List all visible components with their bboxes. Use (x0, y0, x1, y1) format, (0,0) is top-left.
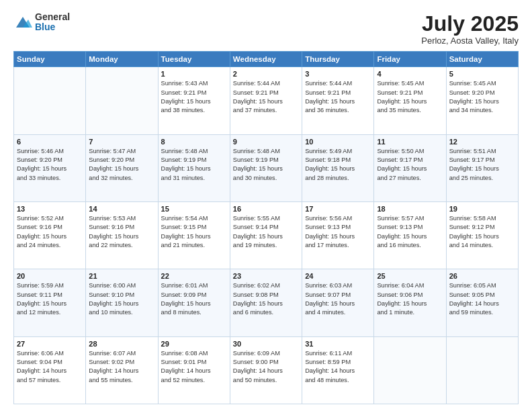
day-number: 9 (233, 138, 299, 146)
day-number: 31 (305, 340, 371, 348)
calendar-cell: 7Sunrise: 5:47 AM Sunset: 9:20 PM Daylig… (86, 134, 158, 201)
day-number: 16 (233, 205, 299, 213)
calendar-cell: 8Sunrise: 5:48 AM Sunset: 9:19 PM Daylig… (158, 134, 230, 201)
day-number: 6 (17, 138, 83, 146)
weekday-header: Thursday (302, 52, 374, 67)
day-number: 19 (449, 205, 515, 213)
day-info: Sunrise: 5:58 AM Sunset: 9:12 PM Dayligh… (449, 214, 515, 250)
calendar-cell: 3Sunrise: 5:44 AM Sunset: 9:21 PM Daylig… (302, 67, 374, 134)
day-info: Sunrise: 5:50 AM Sunset: 9:17 PM Dayligh… (377, 147, 443, 183)
day-number: 21 (89, 272, 154, 280)
calendar-cell: 16Sunrise: 5:55 AM Sunset: 9:14 PM Dayli… (230, 201, 302, 269)
day-info: Sunrise: 5:43 AM Sunset: 9:21 PM Dayligh… (161, 79, 227, 115)
calendar-cell: 9Sunrise: 5:48 AM Sunset: 9:19 PM Daylig… (230, 134, 302, 201)
calendar-cell (86, 67, 158, 134)
calendar-cell: 15Sunrise: 5:54 AM Sunset: 9:15 PM Dayli… (158, 201, 230, 269)
day-info: Sunrise: 5:46 AM Sunset: 9:20 PM Dayligh… (17, 147, 83, 183)
day-info: Sunrise: 6:08 AM Sunset: 9:01 PM Dayligh… (161, 349, 227, 385)
day-info: Sunrise: 5:53 AM Sunset: 9:16 PM Dayligh… (89, 214, 154, 250)
calendar-cell: 2Sunrise: 5:44 AM Sunset: 9:21 PM Daylig… (230, 67, 302, 134)
calendar-cell: 17Sunrise: 5:56 AM Sunset: 9:13 PM Dayli… (302, 201, 374, 269)
calendar-cell: 19Sunrise: 5:58 AM Sunset: 9:12 PM Dayli… (446, 201, 518, 269)
day-info: Sunrise: 5:51 AM Sunset: 9:17 PM Dayligh… (449, 147, 515, 183)
logo: General Blue (13, 12, 70, 33)
day-info: Sunrise: 6:01 AM Sunset: 9:09 PM Dayligh… (161, 281, 227, 317)
calendar-cell: 10Sunrise: 5:49 AM Sunset: 9:18 PM Dayli… (302, 134, 374, 201)
day-number: 25 (377, 272, 443, 280)
day-number: 11 (377, 138, 443, 146)
day-number: 1 (161, 70, 227, 78)
calendar-cell: 12Sunrise: 5:51 AM Sunset: 9:17 PM Dayli… (446, 134, 518, 201)
logo-general: General (35, 12, 70, 22)
calendar-cell: 13Sunrise: 5:52 AM Sunset: 9:16 PM Dayli… (14, 201, 86, 269)
day-number: 29 (161, 340, 227, 348)
logo-blue: Blue (35, 22, 70, 32)
calendar-cell: 23Sunrise: 6:02 AM Sunset: 9:08 PM Dayli… (230, 269, 302, 336)
day-number: 2 (233, 70, 299, 78)
day-number: 3 (305, 70, 371, 78)
day-info: Sunrise: 5:47 AM Sunset: 9:20 PM Dayligh… (89, 147, 154, 183)
day-info: Sunrise: 5:54 AM Sunset: 9:15 PM Dayligh… (161, 214, 227, 250)
day-number: 10 (305, 138, 371, 146)
day-number: 13 (17, 205, 83, 213)
weekday-header: Tuesday (158, 52, 230, 67)
calendar-cell: 30Sunrise: 6:09 AM Sunset: 9:00 PM Dayli… (230, 336, 302, 404)
calendar-cell (374, 336, 446, 404)
main-title: July 2025 (421, 12, 519, 36)
day-info: Sunrise: 5:55 AM Sunset: 9:14 PM Dayligh… (233, 214, 299, 250)
day-number: 28 (89, 340, 154, 348)
day-info: Sunrise: 6:06 AM Sunset: 9:04 PM Dayligh… (17, 349, 83, 385)
calendar-cell: 20Sunrise: 5:59 AM Sunset: 9:11 PM Dayli… (14, 269, 86, 336)
calendar-cell (446, 336, 518, 404)
weekday-header: Monday (86, 52, 158, 67)
day-info: Sunrise: 5:59 AM Sunset: 9:11 PM Dayligh… (17, 281, 83, 317)
day-info: Sunrise: 5:44 AM Sunset: 9:21 PM Dayligh… (233, 79, 299, 115)
day-number: 30 (233, 340, 299, 348)
day-info: Sunrise: 5:44 AM Sunset: 9:21 PM Dayligh… (305, 79, 371, 115)
day-number: 26 (449, 272, 515, 280)
calendar: SundayMondayTuesdayWednesdayThursdayFrid… (13, 51, 519, 404)
day-info: Sunrise: 6:09 AM Sunset: 9:00 PM Dayligh… (233, 349, 299, 385)
day-info: Sunrise: 5:48 AM Sunset: 9:19 PM Dayligh… (233, 147, 299, 183)
title-block: July 2025 Perloz, Aosta Valley, Italy (421, 12, 519, 46)
calendar-cell: 14Sunrise: 5:53 AM Sunset: 9:16 PM Dayli… (86, 201, 158, 269)
day-number: 14 (89, 205, 154, 213)
calendar-cell: 22Sunrise: 6:01 AM Sunset: 9:09 PM Dayli… (158, 269, 230, 336)
day-info: Sunrise: 5:57 AM Sunset: 9:13 PM Dayligh… (377, 214, 443, 250)
day-number: 18 (377, 205, 443, 213)
calendar-cell: 18Sunrise: 5:57 AM Sunset: 9:13 PM Dayli… (374, 201, 446, 269)
day-number: 7 (89, 138, 154, 146)
day-number: 23 (233, 272, 299, 280)
day-info: Sunrise: 5:45 AM Sunset: 9:20 PM Dayligh… (449, 79, 515, 115)
day-info: Sunrise: 6:03 AM Sunset: 9:07 PM Dayligh… (305, 281, 371, 317)
subtitle: Perloz, Aosta Valley, Italy (421, 36, 519, 46)
day-info: Sunrise: 6:05 AM Sunset: 9:05 PM Dayligh… (449, 281, 515, 317)
weekday-header: Friday (374, 52, 446, 67)
calendar-cell: 11Sunrise: 5:50 AM Sunset: 9:17 PM Dayli… (374, 134, 446, 201)
day-number: 20 (17, 272, 83, 280)
calendar-cell: 4Sunrise: 5:45 AM Sunset: 9:21 PM Daylig… (374, 67, 446, 134)
day-info: Sunrise: 6:02 AM Sunset: 9:08 PM Dayligh… (233, 281, 299, 317)
day-info: Sunrise: 6:04 AM Sunset: 9:06 PM Dayligh… (377, 281, 443, 317)
weekday-header: Sunday (14, 52, 86, 67)
day-info: Sunrise: 6:07 AM Sunset: 9:02 PM Dayligh… (89, 349, 154, 385)
day-number: 15 (161, 205, 227, 213)
day-number: 8 (161, 138, 227, 146)
day-info: Sunrise: 5:48 AM Sunset: 9:19 PM Dayligh… (161, 147, 227, 183)
day-number: 22 (161, 272, 227, 280)
day-info: Sunrise: 5:56 AM Sunset: 9:13 PM Dayligh… (305, 214, 371, 250)
calendar-cell: 26Sunrise: 6:05 AM Sunset: 9:05 PM Dayli… (446, 269, 518, 336)
weekday-header: Wednesday (230, 52, 302, 67)
calendar-cell: 5Sunrise: 5:45 AM Sunset: 9:20 PM Daylig… (446, 67, 518, 134)
day-number: 27 (17, 340, 83, 348)
weekday-header: Saturday (446, 52, 518, 67)
day-info: Sunrise: 5:52 AM Sunset: 9:16 PM Dayligh… (17, 214, 83, 250)
day-info: Sunrise: 6:11 AM Sunset: 8:59 PM Dayligh… (305, 349, 371, 385)
day-number: 4 (377, 70, 443, 78)
day-number: 5 (449, 70, 515, 78)
day-info: Sunrise: 5:49 AM Sunset: 9:18 PM Dayligh… (305, 147, 371, 183)
day-number: 17 (305, 205, 371, 213)
calendar-cell (14, 67, 86, 134)
calendar-cell: 28Sunrise: 6:07 AM Sunset: 9:02 PM Dayli… (86, 336, 158, 404)
calendar-cell: 21Sunrise: 6:00 AM Sunset: 9:10 PM Dayli… (86, 269, 158, 336)
